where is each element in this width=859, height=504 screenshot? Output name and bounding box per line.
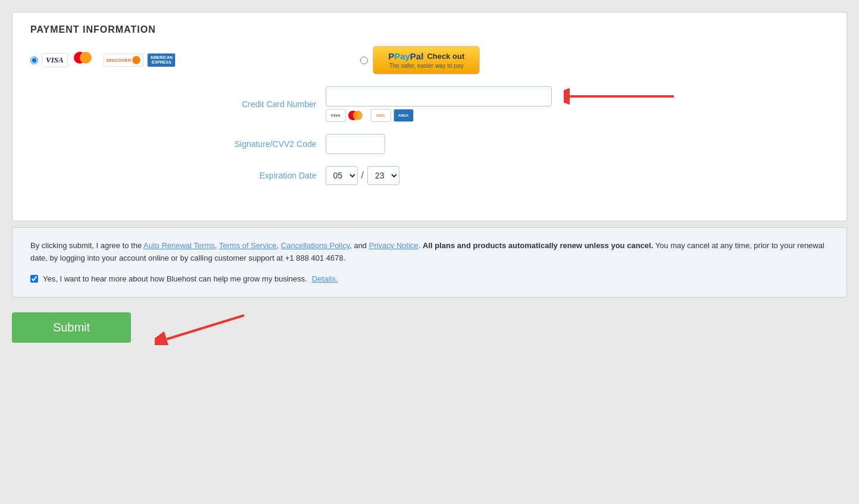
submit-area: Submit xyxy=(12,303,847,351)
paypal-section: PPayPal Check out The safer, easier way … xyxy=(360,46,480,74)
red-arrow-credit-card xyxy=(564,86,677,107)
auto-renewal-link[interactable]: Auto Renewal Terms xyxy=(143,241,215,250)
terms-prefix: By clicking submit, I agree to the xyxy=(30,241,143,250)
paypal-radio[interactable] xyxy=(360,57,368,64)
terms-comma3: , and xyxy=(349,241,369,250)
expiration-row: Expiration Date 01 02 03 04 05 06 07 08 … xyxy=(207,166,653,185)
credit-card-row: Credit Card Number xyxy=(207,86,653,122)
paypal-logo: PPayPal xyxy=(388,51,423,61)
small-discover-icon: DISC xyxy=(371,109,391,122)
visa-card-icon: VISA xyxy=(42,53,68,67)
details-link[interactable]: Details. xyxy=(312,273,338,286)
payment-section: PAYMENT INFORMATION VISA DISCOVER AMERIC… xyxy=(12,12,847,221)
card-icons-small: VISA DISC AMEX xyxy=(326,109,552,122)
small-mc-icon xyxy=(348,109,368,122)
terms-comma2: , xyxy=(277,241,281,250)
expiry-divider: / xyxy=(361,170,364,181)
credit-card-radio[interactable] xyxy=(30,57,38,64)
mastercard-icon xyxy=(74,52,98,68)
red-arrow-submit xyxy=(155,309,250,345)
terms-section: By clicking submit, I agree to the Auto … xyxy=(12,227,847,298)
small-visa-icon: VISA xyxy=(326,109,346,122)
paypal-checkout-text: Check out xyxy=(427,52,464,61)
cvv-label: Signature/CVV2 Code xyxy=(207,139,326,149)
discover-icon: DISCOVER xyxy=(104,54,144,67)
credit-card-input[interactable] xyxy=(326,86,552,107)
credit-card-radio-group[interactable]: VISA DISCOVER AMERICANEXPRESS xyxy=(30,52,176,68)
payment-form: Credit Card Number xyxy=(207,86,653,185)
expiry-selects: 01 02 03 04 05 06 07 08 09 10 11 12 / 23… xyxy=(326,166,399,185)
cvv-row: Signature/CVV2 Code xyxy=(207,134,653,154)
amex-icon: AMERICANEXPRESS xyxy=(147,53,176,68)
terms-comma1: , xyxy=(215,241,219,250)
cancellations-link[interactable]: Cancellations Policy xyxy=(281,241,349,250)
terms-bold: All plans and products automatically ren… xyxy=(423,241,653,250)
paypal-checkout-button[interactable]: PPayPal Check out The safer, easier way … xyxy=(373,46,480,74)
svg-line-3 xyxy=(167,315,244,339)
payment-methods-row: VISA DISCOVER AMERICANEXPRESS PPayPal xyxy=(30,46,829,74)
tos-link[interactable]: Terms of Service xyxy=(219,241,277,250)
credit-card-label: Credit Card Number xyxy=(207,99,326,109)
expiration-label: Expiration Date xyxy=(207,171,326,180)
marketing-checkbox[interactable] xyxy=(30,275,38,283)
terms-text: By clicking submit, I agree to the Auto … xyxy=(30,240,829,265)
expiry-month-select[interactable]: 01 02 03 04 05 06 07 08 09 10 11 12 xyxy=(326,166,358,185)
privacy-link[interactable]: Privacy Notice xyxy=(369,241,418,250)
credit-card-input-group: VISA DISC AMEX xyxy=(326,86,552,122)
credit-card-input-wrapper xyxy=(326,86,552,107)
small-amex-icon: AMEX xyxy=(393,109,414,122)
marketing-label: Yes, I want to hear more about how Blueh… xyxy=(43,273,307,286)
cvv-input[interactable] xyxy=(326,134,385,154)
section-title: PAYMENT INFORMATION xyxy=(30,24,829,35)
paypal-sub-text: The safer, easier way to pay xyxy=(389,62,464,69)
submit-button[interactable]: Submit xyxy=(12,312,131,343)
expiry-year-select[interactable]: 23 24 25 26 27 28 29 30 xyxy=(367,166,399,185)
terms-checkbox-row: Yes, I want to hear more about how Blueh… xyxy=(30,273,829,286)
